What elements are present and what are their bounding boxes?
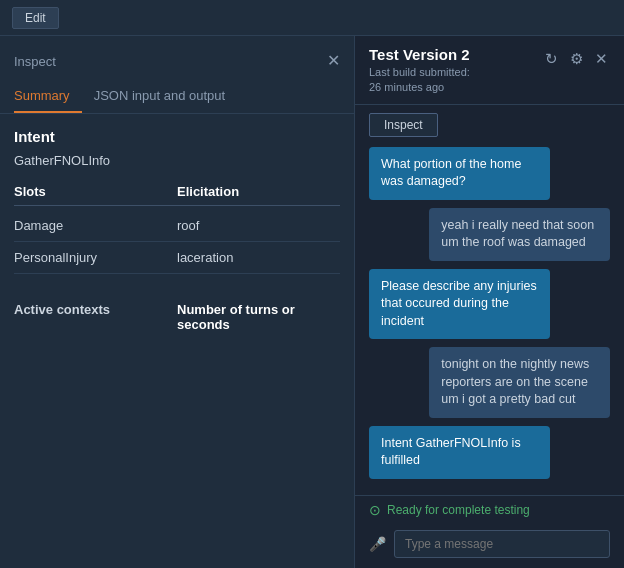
slots-header-row: Slots Elicitation: [14, 184, 340, 206]
refresh-button[interactable]: ↻: [543, 48, 560, 70]
message-5: Intent GatherFNOLInfo is fulfilled: [369, 426, 550, 479]
chat-input[interactable]: [394, 530, 610, 558]
status-bar: ⊙ Ready for complete testing: [355, 496, 624, 524]
top-bar: Edit: [0, 0, 624, 36]
inspect-button[interactable]: Inspect: [369, 113, 438, 137]
message-3: Please describe any injuries that occure…: [369, 269, 550, 340]
message-2: yeah i really need that soon um the roof…: [429, 208, 610, 261]
intent-value: GatherFNOLInfo: [14, 153, 340, 168]
inspect-label: Inspect: [14, 54, 56, 69]
slot-row-personalinjury: PersonalInjury laceration: [14, 242, 340, 274]
active-contexts-section: Active contexts Number of turns or secon…: [14, 294, 340, 332]
intent-title: Intent: [14, 128, 340, 145]
main-area: Inspect ✕ Summary JSON input and output …: [0, 36, 624, 568]
right-header: Test Version 2 Last build submitted: 26 …: [355, 36, 624, 105]
status-icon: ⊙: [369, 502, 381, 518]
slot-name-damage: Damage: [14, 218, 177, 233]
chat-bottom: ⊙ Ready for complete testing 🎤: [355, 495, 624, 568]
slots-col-header: Slots: [14, 184, 177, 199]
left-panel: Inspect ✕ Summary JSON input and output …: [0, 36, 355, 568]
active-contexts-row: Active contexts Number of turns or secon…: [14, 294, 340, 332]
mic-icon: 🎤: [369, 536, 386, 552]
settings-button[interactable]: ⚙: [568, 48, 585, 70]
slot-value-personalinjury: laceration: [177, 250, 340, 265]
right-panel: Test Version 2 Last build submitted: 26 …: [355, 36, 624, 568]
message-1: What portion of the home was damaged?: [369, 147, 550, 200]
message-4: tonight on the nightly news reporters ar…: [429, 347, 610, 418]
left-content: Intent GatherFNOLInfo Slots Elicitation …: [0, 114, 354, 568]
tabs: Summary JSON input and output: [0, 80, 354, 114]
right-title: Test Version 2: [369, 46, 470, 63]
slot-name-personalinjury: PersonalInjury: [14, 250, 177, 265]
slots-table: Slots Elicitation Damage roof PersonalIn…: [14, 184, 340, 274]
tab-json[interactable]: JSON input and output: [94, 80, 238, 113]
right-subtitle-line1: Last build submitted:: [369, 65, 470, 80]
right-header-left: Test Version 2 Last build submitted: 26 …: [369, 46, 470, 96]
active-contexts-value: Number of turns or seconds: [177, 302, 340, 332]
chat-area: What portion of the home was damaged? ye…: [355, 137, 624, 495]
active-contexts-label: Active contexts: [14, 302, 177, 332]
slot-value-damage: roof: [177, 218, 340, 233]
close-right-button[interactable]: ✕: [593, 48, 610, 70]
elicitation-col-header: Elicitation: [177, 184, 340, 199]
left-panel-header: Inspect ✕: [0, 36, 354, 76]
right-subtitle-line2: 26 minutes ago: [369, 80, 470, 95]
edit-button[interactable]: Edit: [12, 7, 59, 29]
status-text: Ready for complete testing: [387, 503, 530, 517]
tab-summary[interactable]: Summary: [14, 80, 82, 113]
slot-row-damage: Damage roof: [14, 210, 340, 242]
chat-input-row: 🎤: [355, 524, 624, 568]
right-header-actions: ↻ ⚙ ✕: [543, 48, 610, 70]
close-icon[interactable]: ✕: [327, 53, 340, 69]
